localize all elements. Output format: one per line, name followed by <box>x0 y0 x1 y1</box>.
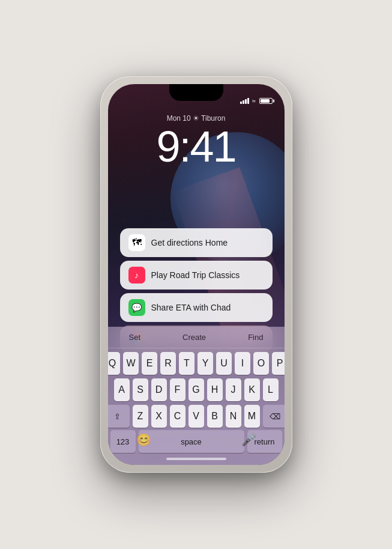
phone-notch <box>169 84 223 101</box>
key-i[interactable]: I <box>235 352 250 375</box>
key-e[interactable]: E <box>142 352 157 375</box>
key-g[interactable]: G <box>188 378 204 401</box>
suggestion-directions[interactable]: 🗺 Get directions Home <box>120 228 273 257</box>
delete-key[interactable]: ⌫ <box>263 405 285 428</box>
key-s[interactable]: S <box>133 378 148 401</box>
key-p[interactable]: P <box>272 352 285 375</box>
keyboard: Set Create Find Q W E R T Y U I O P <box>108 327 285 465</box>
emoji-icon[interactable]: 😊 <box>136 432 151 447</box>
kb-row-2: A S D F G H J K L <box>110 378 282 401</box>
key-r[interactable]: R <box>160 352 176 375</box>
key-j[interactable]: J <box>226 378 241 401</box>
kb-suggestion-create[interactable]: Create <box>175 330 213 344</box>
key-y[interactable]: Y <box>198 352 213 375</box>
phone-screen: ≈ Mon 10 ☀ Tiburon 9:41 🗺 Get directions… <box>108 84 285 465</box>
mic-icon[interactable]: 🎤 <box>241 432 256 447</box>
key-f[interactable]: F <box>170 378 185 401</box>
keyboard-suggestions-row: Set Create Find <box>108 327 285 348</box>
key-u[interactable]: U <box>216 352 232 375</box>
key-l[interactable]: L <box>263 378 279 401</box>
kb-row-1: Q W E R T Y U I O P <box>110 352 282 375</box>
signal-icon <box>240 98 249 104</box>
key-d[interactable]: D <box>151 378 167 401</box>
home-indicator[interactable] <box>166 458 226 460</box>
kb-row-3: ⇧ Z X C V B N M ⌫ <box>110 405 282 428</box>
maps-icon: 🗺 <box>128 234 145 251</box>
wifi-icon: ≈ <box>252 97 255 105</box>
suggestion-messages-label: Share ETA with Chad <box>151 303 231 312</box>
date-weather: Mon 10 ☀ Tiburon <box>108 114 285 123</box>
shift-key[interactable]: ⇧ <box>108 405 130 428</box>
phone-frame: ≈ Mon 10 ☀ Tiburon 9:41 🗺 Get directions… <box>100 76 292 473</box>
suggestion-directions-label: Get directions Home <box>151 238 228 247</box>
key-k[interactable]: K <box>244 378 260 401</box>
date-weather-text: Mon 10 ☀ Tiburon <box>167 114 226 123</box>
key-o[interactable]: O <box>253 352 269 375</box>
key-n[interactable]: N <box>226 405 241 428</box>
key-w[interactable]: W <box>123 352 139 375</box>
suggestion-music[interactable]: ♪ Play Road Trip Classics <box>120 261 273 290</box>
key-c[interactable]: C <box>170 405 185 428</box>
messages-icon: 💬 <box>128 299 145 316</box>
kb-suggestion-find[interactable]: Find <box>241 330 270 344</box>
numbers-key[interactable]: 123 <box>110 430 136 453</box>
suggestion-music-label: Play Road Trip Classics <box>151 270 240 280</box>
key-h[interactable]: H <box>207 378 223 401</box>
key-q[interactable]: Q <box>108 352 121 375</box>
suggestion-messages[interactable]: 💬 Share ETA with Chad <box>120 293 273 322</box>
keyboard-bottom-actions: 😊 🎤 <box>136 432 256 447</box>
status-icons: ≈ <box>240 97 272 105</box>
key-t[interactable]: T <box>179 352 194 375</box>
key-v[interactable]: V <box>188 405 204 428</box>
key-x[interactable]: X <box>151 405 167 428</box>
key-m[interactable]: M <box>244 405 260 428</box>
key-z[interactable]: Z <box>133 405 148 428</box>
music-icon: ♪ <box>128 267 145 284</box>
key-b[interactable]: B <box>207 405 223 428</box>
lock-screen-info: Mon 10 ☀ Tiburon 9:41 <box>108 114 285 168</box>
keyboard-rows: Q W E R T Y U I O P A S D F G <box>108 348 285 428</box>
battery-icon <box>259 98 273 104</box>
kb-suggestion-set[interactable]: Set <box>122 330 148 344</box>
key-a[interactable]: A <box>114 378 130 401</box>
lock-time: 9:41 <box>108 125 285 168</box>
